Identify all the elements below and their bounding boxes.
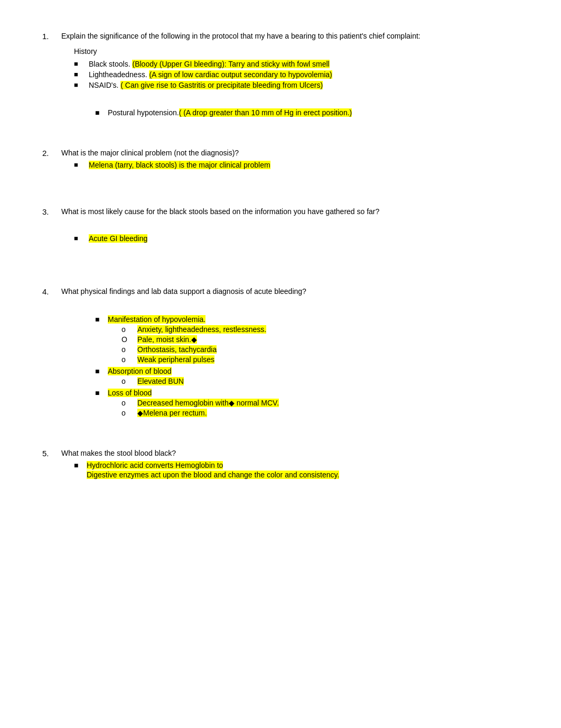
- q5-line2-text: Digestive enzymes act upon the blood and…: [87, 471, 339, 479]
- q5-num: 5.: [42, 449, 61, 458]
- bullet-icon-q4-1: ■: [95, 315, 108, 324]
- question-2-number: 2. What is the major clinical problem (n…: [42, 149, 519, 158]
- q1-bullet-3-text: NSAID's. ( Can give rise to Gastritis or…: [89, 81, 323, 89]
- bullet-icon-q5-1: ■: [74, 461, 87, 469]
- o-icon-5: o: [121, 377, 137, 385]
- q1-bullet-1: ■ Black stools. (Bloody (Upper GI bleedi…: [74, 60, 519, 68]
- q2-highlight-1: Melena (tarry, black stools) is the majo…: [89, 161, 270, 169]
- bullet-icon-q4-2: ■: [95, 367, 108, 375]
- o-icon-1: o: [121, 325, 137, 334]
- o-icon-7: o: [121, 409, 137, 417]
- bullet-icon-q2-1: ■: [74, 161, 87, 169]
- q5-text: What makes the stool blood black?: [61, 449, 176, 457]
- q1-sub-label: History: [74, 47, 519, 56]
- o-icon-3: o: [121, 345, 137, 354]
- q3-bullet-1: ■ Acute GI bleeding: [74, 234, 519, 243]
- q4-g3-s2-text: ◆Melena per rectum.: [137, 409, 207, 417]
- q4-g1-s4-text: Weak peripheral pulses: [137, 355, 214, 364]
- q4-g3-sub1: o Decreased hemoglobin with◆ normal MCV.: [121, 399, 519, 407]
- question-4-number: 4. What physical findings and lab data s…: [42, 287, 519, 296]
- question-1: 1. Explain the significance of the follo…: [42, 32, 519, 117]
- question-3-number: 3. What is most likely cause for the bla…: [42, 207, 519, 216]
- q1-highlight-3: ( Can give rise to Gastritis or precipit…: [120, 81, 323, 89]
- q4-g1-s2-text: Pale, moist skin.◆: [137, 335, 197, 344]
- q4-group1-main: ■ Manifestation of hypovolemia.: [95, 315, 519, 324]
- q3-text: What is most likely cause for the black …: [61, 207, 379, 216]
- bullet-icon-1: ■: [74, 60, 87, 68]
- q1-postural-highlight: ( (A drop greater than 10 mm of Hg in er…: [179, 108, 352, 117]
- q2-text: What is the major clinical problem (not …: [61, 149, 239, 157]
- bullet-icon-2: ■: [74, 70, 87, 78]
- o-icon-4: o: [121, 355, 137, 364]
- question-5-number: 5. What makes the stool blood black?: [42, 449, 519, 458]
- q1-postural: ■ Postural hypotension.( (A drop greater…: [95, 108, 519, 117]
- q3-highlight-1: Acute GI bleeding: [89, 234, 147, 243]
- bullet-icon-3: ■: [74, 81, 87, 89]
- q1-bullet-3: ■ NSAID's. ( Can give rise to Gastritis …: [74, 81, 519, 89]
- q4-group3-main: ■ Loss of blood: [95, 389, 519, 397]
- q4-text: What physical findings and lab data supp…: [61, 287, 306, 296]
- question-3: 3. What is most likely cause for the bla…: [42, 207, 519, 243]
- bullet-icon-q3-1: ■: [74, 234, 87, 242]
- q5-line1: Hydrochloric acid converts Hemoglobin to: [87, 461, 223, 469]
- q2-bullet-1: ■ Melena (tarry, black stools) is the ma…: [74, 161, 519, 169]
- o-icon-2: O: [121, 335, 137, 344]
- question-1-number: 1. Explain the significance of the follo…: [42, 32, 519, 41]
- q4-g1-s3-text: Orthostasis, tachycardia: [137, 345, 217, 354]
- q4-g1-sub1: o Anxiety, lightheadedness, restlessness…: [121, 325, 519, 334]
- q4-g1-sub2: O Pale, moist skin.◆: [121, 335, 519, 344]
- q1-text: Explain the significance of the followin…: [61, 32, 420, 40]
- q4-group2-main: ■ Absorption of blood: [95, 367, 519, 375]
- q4-g1-sub3: o Orthostasis, tachycardia: [121, 345, 519, 354]
- q4-g3-text: Loss of blood: [108, 389, 152, 397]
- q4-g3-s1-text: Decreased hemoglobin with◆ normal MCV.: [137, 399, 279, 407]
- q4-g2-s1-text: Elevated BUN: [137, 377, 184, 385]
- q2-num: 2.: [42, 149, 61, 158]
- bullet-icon-q4-3: ■: [95, 389, 108, 397]
- o-icon-6: o: [121, 399, 137, 407]
- q4-g1-text: Manifestation of hypovolemia.: [108, 315, 205, 324]
- q4-num: 4.: [42, 287, 61, 296]
- q1-bullet-2-text: Lightheadedness. (A sign of low cardiac …: [89, 70, 332, 79]
- question-4: 4. What physical findings and lab data s…: [42, 287, 519, 417]
- q4-g2-text: Absorption of blood: [108, 367, 172, 375]
- q1-bullet-1-text: Black stools. (Bloody (Upper GI bleeding…: [89, 60, 330, 68]
- q4-g2-sub1: o Elevated BUN: [121, 377, 519, 385]
- q4-g1-s1-text: Anxiety, lightheadedness, restlessness.: [137, 325, 266, 334]
- question-5: 5. What makes the stool blood black? ■ H…: [42, 449, 519, 479]
- bullet-icon-postural: ■: [95, 108, 108, 117]
- q4-g1-sub4: o Weak peripheral pulses: [121, 355, 519, 364]
- q1-highlight-2: (A sign of low cardiac output secondary …: [149, 70, 332, 79]
- q1-postural-text: Postural hypotension.( (A drop greater t…: [108, 108, 352, 117]
- q1-highlight-1: (Bloody (Upper GI bleeding): Tarry and s…: [132, 60, 329, 68]
- q1-num: 1.: [42, 32, 61, 41]
- q4-g3-sub2: o ◆Melena per rectum.: [121, 409, 519, 417]
- question-2: 2. What is the major clinical problem (n…: [42, 149, 519, 169]
- q3-num: 3.: [42, 207, 61, 216]
- q5-bullet-1: ■ Hydrochloric acid converts Hemoglobin …: [74, 461, 519, 469]
- q1-bullet-2: ■ Lightheadedness. (A sign of low cardia…: [74, 70, 519, 79]
- q5-line2: Digestive enzymes act upon the blood and…: [87, 471, 519, 479]
